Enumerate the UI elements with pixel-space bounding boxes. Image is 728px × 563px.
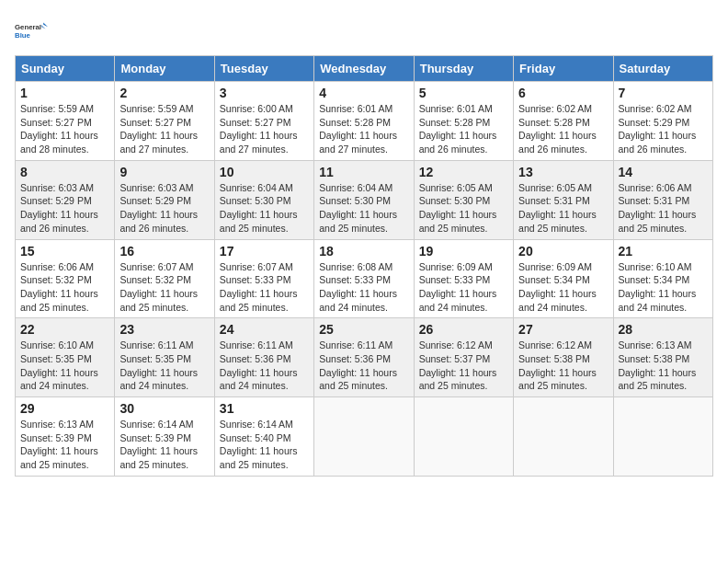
- day-number: 14: [619, 165, 708, 179]
- day-number: 6: [518, 86, 608, 100]
- calendar-cell: 23 Sunrise: 6:11 AMSunset: 5:35 PMDaylig…: [115, 318, 214, 397]
- day-number: 16: [119, 244, 209, 259]
- calendar-cell: [314, 397, 414, 477]
- day-number: 1: [20, 86, 109, 100]
- calendar-cell: 27 Sunrise: 6:12 AMSunset: 5:38 PMDaylig…: [514, 318, 613, 397]
- calendar-cell: 1 Sunrise: 5:59 AMSunset: 5:27 PMDayligh…: [16, 82, 115, 161]
- day-info: Sunrise: 6:12 AMSunset: 5:38 PMDaylight:…: [518, 339, 597, 391]
- calendar-cell: 10 Sunrise: 6:04 AMSunset: 5:30 PMDaylig…: [214, 160, 313, 239]
- calendar-cell: 16 Sunrise: 6:07 AMSunset: 5:32 PMDaylig…: [115, 239, 214, 318]
- calendar-cell: 20 Sunrise: 6:09 AMSunset: 5:34 PMDaylig…: [514, 239, 613, 318]
- day-info: Sunrise: 6:06 AMSunset: 5:31 PMDaylight:…: [619, 182, 697, 234]
- day-info: Sunrise: 6:11 AMSunset: 5:36 PMDaylight:…: [220, 339, 298, 391]
- day-header-friday: Friday: [514, 56, 613, 82]
- day-info: Sunrise: 6:05 AMSunset: 5:30 PMDaylight:…: [419, 182, 497, 234]
- logo: General Blue: [15, 15, 48, 48]
- calendar-cell: 24 Sunrise: 6:11 AMSunset: 5:36 PMDaylig…: [214, 318, 313, 397]
- day-info: Sunrise: 6:01 AMSunset: 5:28 PMDaylight:…: [319, 103, 397, 155]
- day-number: 12: [419, 165, 508, 179]
- day-header-saturday: Saturday: [613, 56, 712, 82]
- day-header-tuesday: Tuesday: [214, 56, 313, 82]
- logo-svg: General Blue: [15, 15, 48, 48]
- calendar-cell: 21 Sunrise: 6:10 AMSunset: 5:34 PMDaylig…: [613, 239, 712, 318]
- calendar-cell: 6 Sunrise: 6:02 AMSunset: 5:28 PMDayligh…: [514, 82, 613, 161]
- day-info: Sunrise: 6:02 AMSunset: 5:29 PMDaylight:…: [619, 103, 697, 155]
- day-info: Sunrise: 6:08 AMSunset: 5:33 PMDaylight:…: [319, 261, 397, 313]
- svg-marker-2: [43, 22, 48, 27]
- day-info: Sunrise: 6:10 AMSunset: 5:34 PMDaylight:…: [619, 261, 697, 313]
- day-number: 20: [518, 244, 608, 259]
- day-info: Sunrise: 6:04 AMSunset: 5:30 PMDaylight:…: [220, 182, 298, 234]
- day-number: 8: [20, 165, 109, 179]
- calendar-cell: 15 Sunrise: 6:06 AMSunset: 5:32 PMDaylig…: [16, 239, 115, 318]
- calendar-table: SundayMondayTuesdayWednesdayThursdayFrid…: [15, 55, 713, 477]
- calendar-cell: 2 Sunrise: 5:59 AMSunset: 5:27 PMDayligh…: [115, 82, 214, 161]
- day-number: 23: [119, 322, 209, 337]
- day-number: 31: [220, 401, 309, 416]
- calendar-cell: 19 Sunrise: 6:09 AMSunset: 5:33 PMDaylig…: [414, 239, 513, 318]
- day-header-wednesday: Wednesday: [314, 56, 414, 82]
- day-info: Sunrise: 6:02 AMSunset: 5:28 PMDaylight:…: [518, 103, 597, 155]
- svg-text:Blue: Blue: [15, 31, 31, 40]
- calendar-cell: [613, 397, 712, 477]
- calendar-cell: 29 Sunrise: 6:13 AMSunset: 5:39 PMDaylig…: [16, 397, 115, 477]
- day-number: 26: [419, 322, 508, 337]
- calendar-cell: 8 Sunrise: 6:03 AMSunset: 5:29 PMDayligh…: [16, 160, 115, 239]
- day-info: Sunrise: 6:14 AMSunset: 5:40 PMDaylight:…: [220, 419, 298, 470]
- day-info: Sunrise: 6:13 AMSunset: 5:39 PMDaylight:…: [20, 419, 98, 470]
- day-info: Sunrise: 6:06 AMSunset: 5:32 PMDaylight:…: [20, 261, 98, 313]
- day-info: Sunrise: 6:05 AMSunset: 5:31 PMDaylight:…: [518, 182, 597, 234]
- calendar-cell: 11 Sunrise: 6:04 AMSunset: 5:30 PMDaylig…: [314, 160, 414, 239]
- calendar-cell: 30 Sunrise: 6:14 AMSunset: 5:39 PMDaylig…: [115, 397, 214, 477]
- calendar-cell: 5 Sunrise: 6:01 AMSunset: 5:28 PMDayligh…: [414, 82, 513, 161]
- day-info: Sunrise: 6:12 AMSunset: 5:37 PMDaylight:…: [419, 339, 497, 391]
- header: General Blue: [15, 15, 713, 48]
- calendar-cell: 13 Sunrise: 6:05 AMSunset: 5:31 PMDaylig…: [514, 160, 613, 239]
- day-number: 13: [518, 165, 608, 179]
- day-number: 10: [220, 165, 309, 179]
- day-info: Sunrise: 6:09 AMSunset: 5:34 PMDaylight:…: [518, 261, 597, 313]
- day-number: 30: [119, 401, 209, 416]
- day-number: 28: [619, 322, 708, 337]
- day-info: Sunrise: 6:13 AMSunset: 5:38 PMDaylight:…: [619, 339, 697, 391]
- calendar-cell: 28 Sunrise: 6:13 AMSunset: 5:38 PMDaylig…: [613, 318, 712, 397]
- svg-text:General: General: [15, 23, 41, 31]
- day-number: 22: [20, 322, 109, 337]
- day-info: Sunrise: 6:11 AMSunset: 5:35 PMDaylight:…: [119, 339, 198, 391]
- calendar-cell: 4 Sunrise: 6:01 AMSunset: 5:28 PMDayligh…: [314, 82, 414, 161]
- day-number: 11: [319, 165, 408, 179]
- day-number: 18: [319, 244, 408, 259]
- day-number: 19: [419, 244, 508, 259]
- day-number: 24: [220, 322, 309, 337]
- calendar-cell: 26 Sunrise: 6:12 AMSunset: 5:37 PMDaylig…: [414, 318, 513, 397]
- calendar-cell: 14 Sunrise: 6:06 AMSunset: 5:31 PMDaylig…: [613, 160, 712, 239]
- day-info: Sunrise: 5:59 AMSunset: 5:27 PMDaylight:…: [119, 103, 198, 155]
- day-info: Sunrise: 6:01 AMSunset: 5:28 PMDaylight:…: [419, 103, 497, 155]
- day-info: Sunrise: 6:14 AMSunset: 5:39 PMDaylight:…: [119, 419, 198, 470]
- day-info: Sunrise: 6:10 AMSunset: 5:35 PMDaylight:…: [20, 339, 98, 391]
- day-number: 9: [119, 165, 209, 179]
- day-info: Sunrise: 6:09 AMSunset: 5:33 PMDaylight:…: [419, 261, 497, 313]
- day-number: 21: [619, 244, 708, 259]
- day-info: Sunrise: 6:07 AMSunset: 5:33 PMDaylight:…: [220, 261, 298, 313]
- calendar-cell: 7 Sunrise: 6:02 AMSunset: 5:29 PMDayligh…: [613, 82, 712, 161]
- calendar-cell: 31 Sunrise: 6:14 AMSunset: 5:40 PMDaylig…: [214, 397, 313, 477]
- calendar-cell: [514, 397, 613, 477]
- day-number: 4: [319, 86, 408, 100]
- day-info: Sunrise: 6:03 AMSunset: 5:29 PMDaylight:…: [20, 182, 98, 234]
- calendar-cell: 25 Sunrise: 6:11 AMSunset: 5:36 PMDaylig…: [314, 318, 414, 397]
- day-info: Sunrise: 6:04 AMSunset: 5:30 PMDaylight:…: [319, 182, 397, 234]
- calendar-cell: 17 Sunrise: 6:07 AMSunset: 5:33 PMDaylig…: [214, 239, 313, 318]
- day-number: 15: [20, 244, 109, 259]
- calendar-cell: [414, 397, 513, 477]
- day-number: 7: [619, 86, 708, 100]
- day-number: 27: [518, 322, 608, 337]
- calendar-cell: 9 Sunrise: 6:03 AMSunset: 5:29 PMDayligh…: [115, 160, 214, 239]
- day-header-sunday: Sunday: [16, 56, 115, 82]
- day-number: 25: [319, 322, 408, 337]
- day-number: 3: [220, 86, 309, 100]
- day-number: 29: [20, 401, 109, 416]
- day-info: Sunrise: 6:07 AMSunset: 5:32 PMDaylight:…: [119, 261, 198, 313]
- day-info: Sunrise: 6:00 AMSunset: 5:27 PMDaylight:…: [220, 103, 298, 155]
- day-header-thursday: Thursday: [414, 56, 513, 82]
